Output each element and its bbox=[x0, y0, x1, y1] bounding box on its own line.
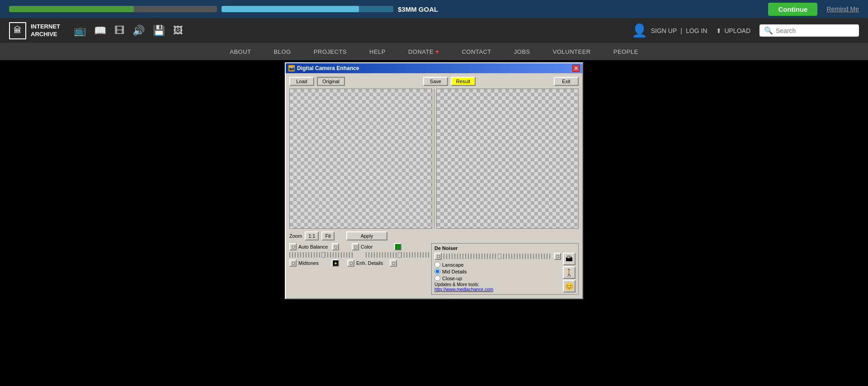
nav-projects[interactable]: PROJECTS bbox=[314, 48, 347, 55]
lanscape-label: Lanscape bbox=[442, 262, 464, 268]
close-up-radio[interactable] bbox=[434, 275, 440, 281]
original-canvas bbox=[289, 89, 432, 229]
nav-about[interactable]: ABOUT bbox=[230, 48, 251, 55]
donation-banner: $3MM GOAL Continue Remind Me bbox=[0, 0, 868, 18]
logo-text: INTERNET ARCHIVE bbox=[31, 23, 60, 38]
color-plus-btn[interactable]: ◻ bbox=[394, 243, 401, 250]
lanscape-radio-row: Lanscape bbox=[434, 262, 561, 268]
ctrl-panel-left: ◻ Auto Balance ◻ ◻ Color ◻ bbox=[289, 243, 429, 268]
progress-bar-1 bbox=[9, 6, 217, 12]
mid-details-radio-row: Mid Details bbox=[434, 268, 561, 274]
midtones-chk-btn[interactable]: ◈ bbox=[332, 259, 339, 267]
remind-link[interactable]: Remind Me bbox=[826, 5, 859, 13]
controls-row: ◻ Auto Balance ◻ ◻ Color ◻ bbox=[289, 243, 579, 295]
enh-plus-btn[interactable]: ◻ bbox=[390, 259, 397, 267]
zoom-1-1-button[interactable]: 1:1 bbox=[305, 231, 319, 240]
upload-area[interactable]: ⬆ UPLOAD bbox=[716, 27, 750, 34]
main-nav: 🏛 INTERNET ARCHIVE 📺 📖 🎞 🔊 💾 🖼 👤 SIGN UP… bbox=[0, 18, 868, 43]
de-noiser-panel: De Noiser ◻ ◻ bbox=[431, 243, 579, 295]
mid-details-label: Mid Details bbox=[442, 269, 467, 274]
color-minus-btn[interactable]: ◻ bbox=[352, 243, 359, 250]
nav-contact[interactable]: CONTACT bbox=[462, 48, 491, 55]
enh-details-label: Enh. Details bbox=[356, 260, 388, 266]
de-noiser-controls: ◻ ◻ Lanscape bbox=[434, 253, 561, 292]
save-button[interactable]: Save bbox=[423, 77, 448, 86]
goal-text: $3MM GOAL bbox=[398, 5, 438, 13]
auto-balance-label: Auto Balance bbox=[298, 244, 330, 249]
enh-minus-btn[interactable]: ◻ bbox=[347, 259, 354, 267]
de-noiser-slider[interactable] bbox=[443, 254, 552, 259]
nav-people[interactable]: PEOPLE bbox=[613, 48, 638, 55]
win-title-left: 📷 Digital Camera Enhance bbox=[288, 65, 359, 71]
auto-balance-minus-btn[interactable]: ◻ bbox=[289, 243, 297, 250]
zoom-row: Zoom 1:1 Fit Apply bbox=[289, 231, 579, 240]
continue-button[interactable]: Continue bbox=[768, 3, 817, 16]
sliders-row-1 bbox=[289, 252, 429, 258]
tv-icon[interactable]: 📺 bbox=[74, 25, 86, 37]
exit-button[interactable]: Exit bbox=[554, 77, 579, 86]
updates-link[interactable]: http://www.mediachance.com bbox=[434, 287, 561, 292]
de-noiser-right: ◻ ◻ Lanscape bbox=[434, 253, 576, 292]
progress-bar-2 bbox=[222, 6, 393, 12]
content-area: 📷 Digital Camera Enhance ✕ Load Original… bbox=[0, 60, 868, 386]
progress-bar-fill-2 bbox=[222, 6, 359, 12]
result-canvas bbox=[436, 89, 579, 229]
person-icon-btn[interactable]: 🚶 bbox=[563, 266, 576, 279]
win-app-icon: 📷 bbox=[288, 65, 295, 71]
zoom-label: Zoom bbox=[289, 233, 302, 239]
upload-icon: ⬆ bbox=[716, 27, 722, 34]
midtones-minus-btn[interactable]: ◻ bbox=[289, 259, 297, 267]
search-input[interactable] bbox=[776, 27, 855, 34]
nav-blog[interactable]: BLOG bbox=[274, 48, 291, 55]
heart-icon: ♥ bbox=[435, 48, 439, 55]
film-icon[interactable]: 🎞 bbox=[114, 25, 124, 37]
canvas-row bbox=[289, 89, 579, 229]
logo-area: 🏛 INTERNET ARCHIVE bbox=[9, 22, 60, 39]
auto-balance-plus-btn[interactable]: ◻ bbox=[332, 243, 339, 250]
upload-label: UPLOAD bbox=[724, 27, 750, 34]
signup-label[interactable]: SIGN UP bbox=[651, 27, 677, 34]
apply-button[interactable]: Apply bbox=[346, 231, 388, 240]
de-noiser-label: De Noiser bbox=[434, 245, 576, 251]
nav-volunteer[interactable]: VOLUNTEER bbox=[553, 48, 591, 55]
load-button[interactable]: Load bbox=[289, 77, 314, 86]
landscape-icon-btn[interactable]: 🏔 bbox=[563, 253, 576, 265]
donation-actions: Continue Remind Me bbox=[768, 3, 859, 16]
close-up-radio-row: Close-up bbox=[434, 275, 561, 281]
de-noiser-slider-row: ◻ ◻ bbox=[434, 253, 561, 260]
win-close-button[interactable]: ✕ bbox=[572, 65, 580, 72]
nav-help[interactable]: HELP bbox=[369, 48, 386, 55]
win-body: Load Original Save Result Exit Zoom 1:1 … bbox=[286, 73, 582, 298]
nav-icons: 📺 📖 🎞 🔊 💾 🖼 bbox=[74, 25, 632, 37]
nav-right: 👤 SIGN UP | LOG IN ⬆ UPLOAD 🔍 bbox=[632, 23, 859, 38]
audio-icon[interactable]: 🔊 bbox=[132, 25, 145, 37]
de-noiser-icons: 🏔 🚶 😊 bbox=[563, 253, 576, 292]
de-noiser-plus-btn[interactable]: ◻ bbox=[554, 253, 561, 260]
progress-bar-fill-1 bbox=[9, 6, 134, 12]
updates-label: Updates & More tools: bbox=[434, 282, 479, 287]
close-up-label: Close-up bbox=[442, 276, 462, 281]
save-icon[interactable]: 💾 bbox=[153, 25, 165, 37]
auto-balance-slider[interactable] bbox=[289, 252, 353, 258]
win-toolbar: Load Original Save Result Exit bbox=[289, 77, 579, 86]
archive-logo-icon: 🏛 bbox=[9, 22, 26, 39]
lanscape-radio[interactable] bbox=[434, 262, 440, 268]
result-button[interactable]: Result bbox=[451, 77, 476, 86]
login-label[interactable]: LOG IN bbox=[686, 27, 707, 34]
de-noiser-minus-btn[interactable]: ◻ bbox=[434, 253, 442, 260]
search-icon: 🔍 bbox=[764, 26, 773, 35]
auto-balance-row: ◻ Auto Balance ◻ ◻ Color ◻ bbox=[289, 243, 429, 250]
face-icon-btn[interactable]: 😊 bbox=[563, 280, 576, 292]
original-button[interactable]: Original bbox=[317, 77, 345, 86]
canvas-divider bbox=[434, 89, 434, 229]
search-box: 🔍 bbox=[760, 24, 859, 37]
book-icon[interactable]: 📖 bbox=[94, 25, 106, 37]
mid-details-radio[interactable] bbox=[434, 268, 440, 274]
nav-donate[interactable]: DONATE ♥ bbox=[408, 48, 439, 55]
image-icon[interactable]: 🖼 bbox=[173, 25, 183, 37]
zoom-fit-button[interactable]: Fit bbox=[321, 231, 334, 240]
color-slider[interactable] bbox=[366, 252, 429, 258]
nav-jobs[interactable]: JOBS bbox=[514, 48, 530, 55]
secondary-nav: ABOUT BLOG PROJECTS HELP DONATE ♥ CONTAC… bbox=[0, 43, 868, 60]
win-title-text: Digital Camera Enhance bbox=[297, 65, 359, 71]
